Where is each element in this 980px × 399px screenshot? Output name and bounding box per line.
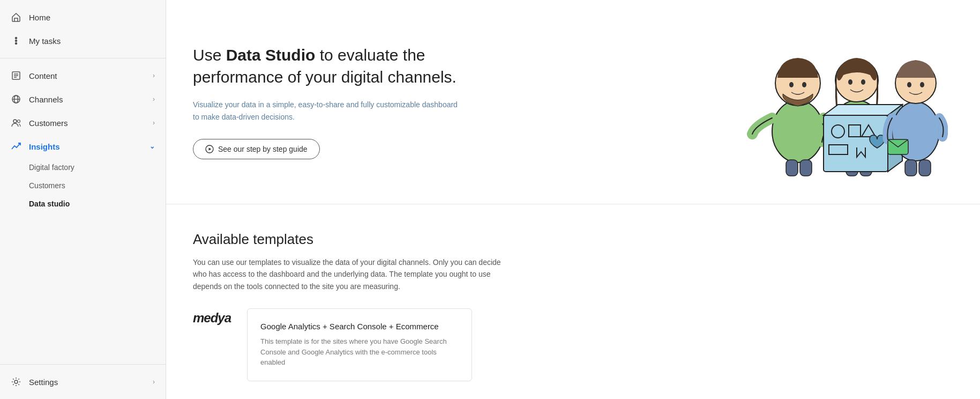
svg-rect-20	[800, 160, 812, 176]
template-logo-text: medya	[193, 311, 231, 326]
sidebar-sub-menu: Digital factory Customers Data studio	[0, 158, 166, 213]
sidebar-divider-2	[0, 364, 166, 365]
hero-illustration	[744, 27, 948, 177]
svg-marker-14	[209, 147, 212, 150]
svg-point-18	[802, 82, 806, 87]
content-icon	[11, 70, 21, 81]
content-chevron-icon: ›	[153, 72, 155, 79]
sidebar-item-content-label: Content	[29, 71, 57, 80]
svg-point-1	[16, 38, 17, 39]
svg-point-15	[772, 100, 824, 162]
sidebar-item-tasks[interactable]: My tasks	[0, 29, 166, 53]
svg-point-17	[789, 82, 794, 87]
hero-section: Use Data Studio to evaluate the performa…	[166, 0, 980, 204]
sidebar-sub-item-customers[interactable]: Customers	[29, 176, 166, 195]
templates-section: Available templates You can use our temp…	[166, 204, 980, 399]
svg-point-2	[16, 43, 17, 45]
sidebar-sub-item-data-studio[interactable]: Data studio	[29, 195, 166, 213]
customers-chevron-icon: ›	[153, 119, 155, 127]
template-card-ga[interactable]: Google Analytics + Search Console + Ecom…	[247, 308, 472, 381]
template-logo-area: medya	[193, 311, 231, 381]
sidebar: Home My tasks Content ›	[0, 0, 166, 399]
hero-description: Visualize your data in a simple, easy-to…	[193, 99, 461, 123]
hero-content: Use Data Studio to evaluate the performa…	[193, 45, 514, 159]
play-circle-icon	[205, 145, 214, 153]
svg-rect-38	[919, 160, 931, 176]
sidebar-item-content[interactable]: Content ›	[0, 64, 166, 87]
data-studio-label: Data studio	[29, 200, 70, 208]
svg-point-34	[907, 82, 911, 87]
settings-chevron-icon: ›	[153, 378, 155, 386]
hero-title-prefix: Use	[193, 46, 226, 64]
svg-point-23	[848, 79, 852, 85]
templates-grid: medya Google Analytics + Search Console …	[193, 308, 953, 381]
main-content: Use Data Studio to evaluate the performa…	[166, 0, 980, 399]
svg-rect-37	[905, 160, 917, 176]
channels-icon	[11, 94, 21, 105]
sidebar-item-insights[interactable]: Insights ⌄	[0, 135, 166, 158]
sidebar-item-settings-label: Settings	[29, 378, 58, 387]
template-card-description: This template is for the sites where you…	[260, 336, 459, 368]
template-card-title: Google Analytics + Search Console + Ecom…	[260, 322, 459, 331]
insights-icon	[11, 141, 21, 152]
svg-point-0	[16, 40, 17, 42]
sidebar-item-insights-label: Insights	[29, 142, 60, 151]
sidebar-item-settings[interactable]: Settings ›	[0, 370, 166, 394]
home-icon	[11, 12, 21, 23]
sidebar-item-customers[interactable]: Customers ›	[0, 111, 166, 135]
hero-title: Use Data Studio to evaluate the performa…	[193, 45, 514, 88]
customers-sub-label: Customers	[29, 181, 65, 190]
insights-chevron-icon: ⌄	[149, 143, 155, 150]
channels-chevron-icon: ›	[153, 95, 155, 103]
templates-description: You can use our templates to visualize t…	[193, 256, 514, 292]
svg-rect-19	[786, 160, 798, 176]
svg-point-11	[18, 120, 20, 123]
tasks-icon	[11, 35, 21, 46]
sidebar-item-home-label: Home	[29, 13, 50, 22]
svg-point-12	[14, 380, 18, 383]
customers-icon	[11, 117, 21, 128]
svg-point-35	[920, 82, 924, 87]
sidebar-item-customers-label: Customers	[29, 119, 68, 128]
sidebar-item-channels[interactable]: Channels ›	[0, 87, 166, 111]
sidebar-sub-item-digital-factory[interactable]: Digital factory	[29, 158, 166, 176]
digital-factory-label: Digital factory	[29, 163, 74, 172]
hero-button-label: See our step by step guide	[218, 145, 308, 153]
templates-title: Available templates	[193, 231, 953, 248]
hero-title-bold: Data Studio	[226, 46, 316, 64]
sidebar-item-tasks-label: My tasks	[29, 36, 61, 46]
sidebar-item-home[interactable]: Home	[0, 5, 166, 29]
svg-point-10	[13, 120, 17, 123]
sidebar-item-channels-label: Channels	[29, 95, 63, 104]
settings-icon	[11, 376, 21, 387]
sidebar-divider-1	[0, 58, 166, 58]
svg-point-24	[861, 79, 865, 85]
step-by-step-guide-button[interactable]: See our step by step guide	[193, 139, 320, 159]
